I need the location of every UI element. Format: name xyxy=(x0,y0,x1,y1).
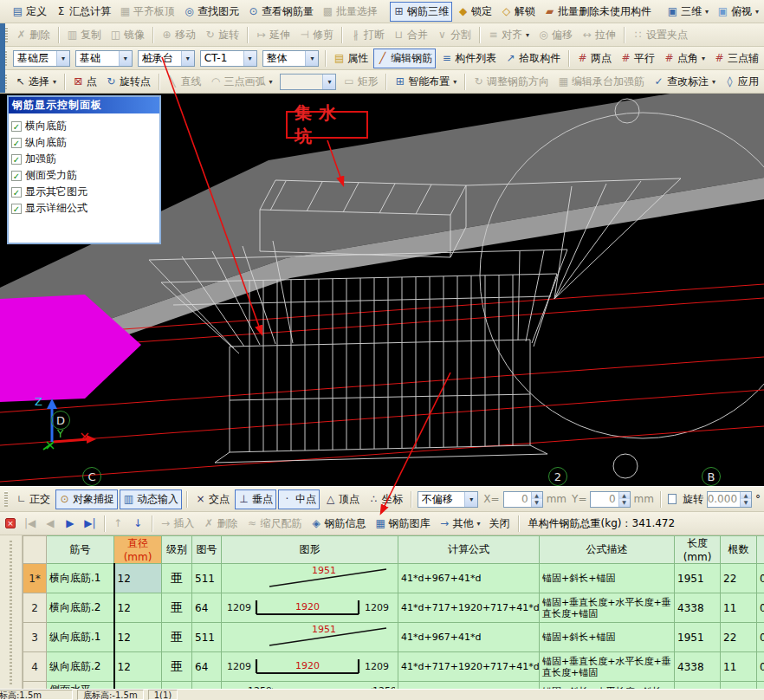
cell-code[interactable]: 511 xyxy=(192,623,222,652)
cell-desc[interactable]: 锚固+斜长+锚固 xyxy=(540,623,675,652)
col-header-num[interactable] xyxy=(23,536,47,564)
cell-desc[interactable]: 锚固+斜长+锚固 xyxy=(540,564,675,593)
check-annotation-button[interactable]: ✓查改标注▾ xyxy=(650,72,719,92)
floor-combo[interactable]: 基础层▾ xyxy=(13,50,70,67)
cell-num[interactable]: 2 xyxy=(23,593,47,623)
nav-last-button[interactable]: ▶| xyxy=(81,515,99,532)
coordinate-snap-button[interactable]: ∴坐标 xyxy=(365,489,406,509)
cell-shape[interactable]: 1951 xyxy=(222,564,398,593)
properties-button[interactable]: ▤属性 xyxy=(330,49,372,68)
find-element-button[interactable]: ◎查找图元 xyxy=(180,2,243,22)
panel-item-0[interactable]: ✓横向底筋 xyxy=(11,118,157,134)
spinner-arrows-icon[interactable]: ▲▼ xyxy=(531,492,542,507)
summary-calc-button[interactable]: Σ汇总计算 xyxy=(52,2,114,22)
pick-component-button[interactable]: ↗拾取构件 xyxy=(502,49,564,68)
define-button[interactable]: ▤定义 xyxy=(9,2,50,22)
cell-count[interactable]: 1 xyxy=(721,682,757,690)
chevron-down-icon[interactable]: ▾ xyxy=(464,492,477,507)
table-row[interactable]: 3纵向底筋.112亜511195141*d+967+41*d锚固+斜长+锚固19… xyxy=(23,623,764,652)
nav-next-button[interactable]: ▶ xyxy=(61,515,79,532)
cell-level[interactable]: 亜 xyxy=(162,593,192,623)
vertex-snap-button[interactable]: △顶点 xyxy=(321,489,363,509)
cell-code[interactable]: 615 xyxy=(192,682,222,690)
table-row[interactable]: 4纵向底筋.212亜6412091920120941*d+717+1920+71… xyxy=(23,652,764,682)
move-down-button[interactable]: ↓ xyxy=(129,515,147,532)
view-rebar-amount-button[interactable]: ⊙查看钢筋量 xyxy=(244,2,317,22)
close-rebar-grid-button[interactable]: × xyxy=(2,515,19,531)
cell-dia[interactable]: 12 xyxy=(114,593,162,623)
batch-delete-unused-button[interactable]: ▰批量删除未使用构件 xyxy=(541,2,655,22)
col-header-diameter[interactable]: 直径(mm) xyxy=(114,536,162,564)
cell-length[interactable]: 1951 xyxy=(675,564,721,593)
cell-code[interactable]: 64 xyxy=(192,652,222,682)
smart-layout-button[interactable]: ⊞智能布置▾ xyxy=(391,72,460,92)
rotate-angle-input[interactable]: 0.000▲▼ xyxy=(707,491,752,508)
panel-item-3[interactable]: ✓侧面受力筋 xyxy=(11,167,157,184)
panel-item-2[interactable]: ✓加强筋 xyxy=(11,151,157,167)
cell-count[interactable]: 11 xyxy=(721,652,757,682)
spinner-arrows-icon[interactable]: ▲▼ xyxy=(618,492,630,507)
lock-button[interactable]: ◆锁定 xyxy=(454,2,495,22)
table-row[interactable]: 5侧面水平筋.112亜615125945220345125941*d+767+2… xyxy=(23,682,764,690)
spinner-arrows-icon[interactable]: ▲▼ xyxy=(740,492,751,507)
perpendicular-snap-button[interactable]: ⊥垂点 xyxy=(235,489,276,509)
cell-num[interactable]: 4 xyxy=(23,652,47,682)
midpoint-snap-button[interactable]: ·中点 xyxy=(278,489,320,509)
cell-num[interactable]: 3 xyxy=(23,623,47,652)
cell-count[interactable]: 22 xyxy=(721,564,757,593)
other-button[interactable]: →其他▾ xyxy=(436,514,484,534)
display-mode-combo[interactable]: 整体▾ xyxy=(262,50,320,67)
cell-formula[interactable]: 41*d+767+2203+767+41*d xyxy=(398,682,540,690)
col-header-level[interactable]: 级别 xyxy=(162,536,192,564)
cell-shape[interactable]: 120919201209 xyxy=(222,593,398,623)
x-offset-input[interactable]: 0▲▼ xyxy=(503,491,543,508)
cell-name[interactable]: 侧面水平筋.1 xyxy=(47,682,114,690)
checkbox-checked-icon[interactable]: ✓ xyxy=(11,121,22,132)
cell-dia[interactable]: 12 xyxy=(114,564,162,593)
dynamic-input-button[interactable]: ▥动态输入 xyxy=(120,489,182,509)
chevron-down-icon[interactable]: ▾ xyxy=(305,51,318,66)
component-list-button[interactable]: ≡构件列表 xyxy=(437,49,500,68)
cell-code[interactable]: 64 xyxy=(192,593,222,623)
cell-name[interactable]: 纵向底筋.1 xyxy=(47,623,114,652)
viewport-3d[interactable]: Z Y 钢筋显示控制面板 ✓横向底筋✓纵向底筋✓加强筋✓侧面受力筋✓显示其它图元… xyxy=(0,94,764,486)
cell-extra[interactable]: 0 xyxy=(757,682,764,690)
rotate-point-button[interactable]: ↻旋转点 xyxy=(102,72,154,92)
close-editor-button[interactable]: 关闭 xyxy=(486,514,514,534)
apply-button[interactable]: ◊应用 xyxy=(721,72,762,92)
col-header-shape-code[interactable]: 图号 xyxy=(192,536,222,564)
cell-desc[interactable]: 锚固+斜长+水平长度+斜长+锚固 xyxy=(540,682,675,690)
cell-name[interactable]: 纵向底筋.2 xyxy=(47,652,114,682)
col-header-formula[interactable]: 计算公式 xyxy=(398,536,540,564)
cell-formula[interactable]: 41*d+967+41*d xyxy=(398,623,540,652)
cell-extra[interactable]: 0 xyxy=(757,593,764,623)
col-header-formula-desc[interactable]: 公式描述 xyxy=(540,536,675,564)
rebar-table-container[interactable]: 筋号 直径(mm) 级别 图号 图形 计算公式 公式描述 长度(mm) 根数 1… xyxy=(23,535,764,689)
cell-desc[interactable]: 锚固+垂直长度+水平长度+垂直长度+锚固 xyxy=(540,593,675,623)
edit-rebar-button[interactable]: ╱编辑钢筋 xyxy=(373,49,436,68)
checkbox-checked-icon[interactable]: ✓ xyxy=(11,138,22,148)
select-button[interactable]: ↖选择▾ xyxy=(11,72,60,92)
category-combo[interactable]: 基础▾ xyxy=(75,50,133,67)
offset-mode-combo[interactable]: 不偏移▾ xyxy=(418,491,478,508)
col-header-extra[interactable] xyxy=(757,536,764,564)
cell-extra[interactable]: 0 xyxy=(757,564,764,593)
view-3d-button[interactable]: ▣三维▾ xyxy=(664,2,712,22)
cell-length[interactable]: 4721 xyxy=(675,682,721,690)
cell-level[interactable]: 亜 xyxy=(162,652,192,682)
view-top-button[interactable]: ▣俯视▾ xyxy=(714,2,762,22)
cell-num[interactable]: 1* xyxy=(23,564,47,593)
rebar-display-control-panel[interactable]: 钢筋显示控制面板 ✓横向底筋✓纵向底筋✓加强筋✓侧面受力筋✓显示其它图元✓显示详… xyxy=(7,95,161,244)
point-angle-button[interactable]: #点角▾ xyxy=(660,49,709,68)
unlock-button[interactable]: ◇解锁 xyxy=(497,2,539,22)
checkbox-checked-icon[interactable]: ✓ xyxy=(11,154,22,165)
cell-formula[interactable]: 41*d+717+1920+717+41*d xyxy=(398,593,540,623)
checkbox-checked-icon[interactable]: ✓ xyxy=(11,187,22,198)
cell-dia[interactable]: 12 xyxy=(114,652,162,682)
table-row[interactable]: 1*横向底筋.112亜511195141*d+967+41*d锚固+斜长+锚固1… xyxy=(23,564,764,593)
cell-level[interactable]: 亜 xyxy=(162,623,192,652)
cell-formula[interactable]: 41*d+717+1920+717+41*d xyxy=(398,652,540,682)
rebar-library-button[interactable]: ▦钢筋图库 xyxy=(372,514,434,534)
cell-extra[interactable]: 0 xyxy=(757,652,764,682)
panel-item-1[interactable]: ✓纵向底筋 xyxy=(11,134,157,151)
